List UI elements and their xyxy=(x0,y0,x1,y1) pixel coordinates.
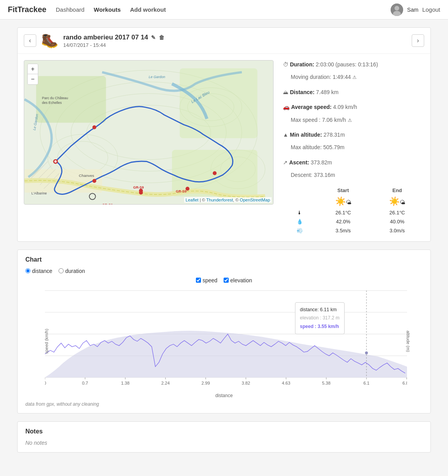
svg-text:0.7: 0.7 xyxy=(82,381,88,385)
weather-start-header: Start xyxy=(316,186,370,195)
svg-text:GR-S9: GR-S9 xyxy=(176,189,187,193)
humidity-start: 42.0% xyxy=(316,217,370,226)
svg-text:3.82: 3.82 xyxy=(242,381,250,385)
user-name: Sam xyxy=(407,7,418,13)
speed-section: 🚗 Average speed: 4.09 km/h Max speed : 7… xyxy=(283,103,424,124)
osm-link[interactable]: OpenStreetMap xyxy=(240,198,270,202)
zoom-out-button[interactable]: − xyxy=(28,74,38,84)
svg-text:Parc du Château: Parc du Château xyxy=(42,96,68,100)
thermometer-icon: 🌡 xyxy=(283,208,316,217)
temperature-row: 🌡 26.1°C 26.1°C xyxy=(283,208,424,217)
svg-point-74 xyxy=(365,351,368,354)
weather-sun-row: ☀️🌤 ☀️🌤 xyxy=(283,195,424,208)
svg-text:1.38: 1.38 xyxy=(121,381,130,385)
logout-link[interactable]: Logout xyxy=(422,6,440,13)
brand-link[interactable]: FitTrackee xyxy=(8,5,46,14)
map-svg: Le Lac Bleu Le Gardon Le Gardon Parc du … xyxy=(24,61,273,204)
ascent-section: ↗ Ascent: 373.82m Descent: 373.16m xyxy=(283,158,424,180)
workout-title: rando amberieu 2017 07 14 ✎ 🗑 xyxy=(63,34,407,41)
svg-text:des Echelles: des Echelles xyxy=(42,101,62,105)
droplet-icon: 💧 xyxy=(283,217,316,226)
zoom-in-button[interactable]: + xyxy=(28,64,38,74)
max-speed-row: Max speed : 7.06 km/h ⚠ xyxy=(283,116,424,124)
radio-distance[interactable]: distance xyxy=(25,268,52,274)
duration-row: ⏱ Duration: 2:03:00 (pauses: 0:13:16) xyxy=(283,60,424,69)
workout-card: ‹ 🥾 rando amberieu 2017 07 14 ✎ 🗑 14/07/… xyxy=(17,27,431,242)
notes-title: Notes xyxy=(25,428,423,435)
notes-content: No notes xyxy=(25,440,423,446)
svg-point-1 xyxy=(395,6,399,11)
back-button[interactable]: ‹ xyxy=(24,34,36,47)
checkbox-elevation[interactable]: elevation xyxy=(224,277,252,283)
edit-icon[interactable]: ✎ xyxy=(151,34,156,41)
wind-row: 💨 3.5m/s 3.0m/s xyxy=(283,226,424,235)
user-avatar xyxy=(391,4,403,16)
radio-group: distance duration xyxy=(25,268,85,274)
thunderforest-link[interactable]: Thunderforest xyxy=(206,198,233,202)
svg-point-30 xyxy=(92,179,96,183)
wind-end: 3.0m/s xyxy=(370,226,424,235)
next-button[interactable]: › xyxy=(412,34,424,47)
navbar: FitTrackee Dashboard Workouts Add workou… xyxy=(0,0,448,20)
descent-row: Descent: 373.16m xyxy=(283,171,424,179)
svg-text:6.1: 6.1 xyxy=(363,381,369,385)
workout-header: ‹ 🥾 rando amberieu 2017 07 14 ✎ 🗑 14/07/… xyxy=(18,28,430,54)
navbar-right: Sam Logout xyxy=(391,4,440,16)
workout-body: + − xyxy=(18,54,430,241)
nav-workouts[interactable]: Workouts xyxy=(94,6,121,13)
svg-text:Chanves: Chanves xyxy=(79,173,94,178)
svg-text:Le Gardon: Le Gardon xyxy=(149,75,165,79)
svg-text:0: 0 xyxy=(45,381,46,385)
nav-dashboard[interactable]: Dashboard xyxy=(56,6,84,13)
altitude-section: ▲ Min altitude: 278.31m Max altitude: 50… xyxy=(283,130,424,152)
distance-section: ⛰ Distance: 7.489 km xyxy=(283,88,424,96)
wind-start: 3.5m/s xyxy=(316,226,370,235)
chart-section: Chart distance duration speed elevati xyxy=(17,250,431,414)
svg-text:6.84: 6.84 xyxy=(402,381,407,385)
duration-section: ⏱ Duration: 2:03:00 (pauses: 0:13:16) Mo… xyxy=(283,60,424,82)
leaflet-link[interactable]: Leaflet xyxy=(186,198,199,202)
max-speed-info-icon: ⚠ xyxy=(348,118,352,123)
radio-duration-input[interactable] xyxy=(59,268,64,273)
delete-icon[interactable]: 🗑 xyxy=(159,34,164,41)
max-altitude-row: Max altitude: 505.79m xyxy=(283,143,424,152)
wind-icon: 💨 xyxy=(283,226,316,235)
weather-end-header: End xyxy=(370,186,424,195)
temp-end: 26.1°C xyxy=(370,208,424,217)
svg-text:GR-S9: GR-S9 xyxy=(133,185,144,189)
chart-title: Chart xyxy=(25,256,423,263)
distance-row: ⛰ Distance: 7.489 km xyxy=(283,88,424,96)
svg-text:4.63: 4.63 xyxy=(282,381,290,385)
humidity-row: 💧 42.0% 40.0% xyxy=(283,217,424,226)
radio-distance-input[interactable] xyxy=(25,268,30,273)
avg-speed-row: 🚗 Average speed: 4.09 km/h xyxy=(283,103,424,111)
svg-point-33 xyxy=(213,171,217,175)
radio-duration[interactable]: duration xyxy=(59,268,85,274)
svg-point-35 xyxy=(139,189,143,193)
speed-icon: 🚗 xyxy=(283,104,290,110)
mountain-icon: ⛰ xyxy=(283,89,288,95)
temp-start: 26.1°C xyxy=(316,208,370,217)
chart-svg: 0 3 6 9 12 0 150 300 450 600 xyxy=(45,287,407,396)
checkbox-speed[interactable]: speed xyxy=(196,277,217,283)
moving-duration-row: Moving duration: 1:49:44 ⚠ xyxy=(283,73,424,81)
svg-text:GR-S9: GR-S9 xyxy=(102,203,113,204)
checkbox-group: speed elevation xyxy=(25,277,423,283)
notes-section: Notes No notes xyxy=(17,421,431,453)
svg-text:L'Albarine: L'Albarine xyxy=(32,191,47,195)
chart-wrapper: speed (km/h) altitude (m) 0 3 6 9 xyxy=(45,287,407,396)
map-attribution: Leaflet | © Thunderforest, © OpenStreetM… xyxy=(184,197,272,203)
workout-title-block: rando amberieu 2017 07 14 ✎ 🗑 14/07/2017… xyxy=(63,34,407,48)
weather-table: Start End ☀️🌤 ☀️🌤 xyxy=(283,186,424,235)
checkbox-speed-input[interactable] xyxy=(196,278,201,283)
humidity-end: 40.0% xyxy=(370,217,424,226)
min-altitude-row: ▲ Min altitude: 278.31m xyxy=(283,130,424,139)
main-content: ‹ 🥾 rando amberieu 2017 07 14 ✎ 🗑 14/07/… xyxy=(9,20,439,460)
checkbox-elevation-input[interactable] xyxy=(224,278,229,283)
altitude-up-icon: ▲ xyxy=(283,132,288,138)
chart-controls: distance duration xyxy=(25,268,423,274)
map-container: + − xyxy=(24,60,274,205)
workout-date: 14/07/2017 - 15:44 xyxy=(63,42,407,48)
svg-text:2.99: 2.99 xyxy=(201,381,210,385)
nav-add-workout[interactable]: Add workout xyxy=(130,6,166,13)
